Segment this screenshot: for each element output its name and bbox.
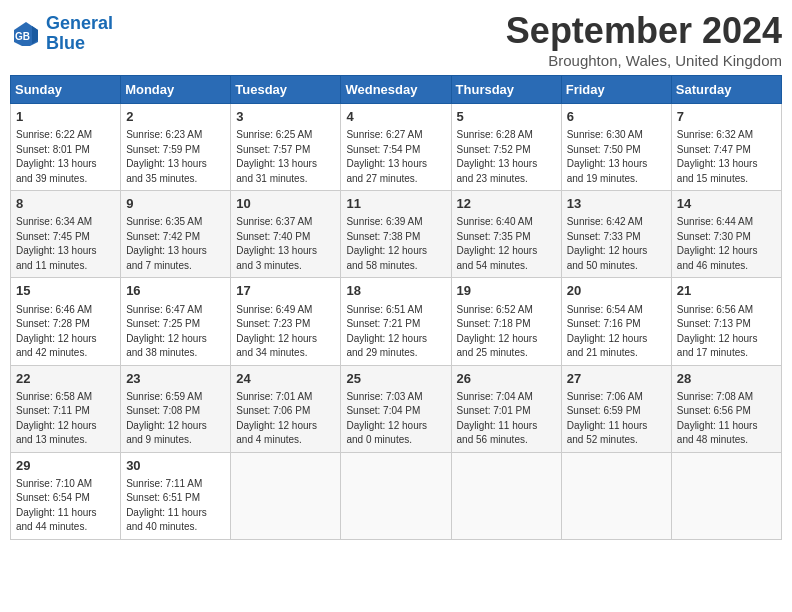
day-number: 21: [677, 282, 776, 300]
day-number: 13: [567, 195, 666, 213]
weekday-header-sunday: Sunday: [11, 76, 121, 104]
day-info: Sunrise: 6:32 AM Sunset: 7:47 PM Dayligh…: [677, 128, 776, 186]
calendar-cell: [671, 452, 781, 539]
calendar-cell: 28Sunrise: 7:08 AM Sunset: 6:56 PM Dayli…: [671, 365, 781, 452]
day-info: Sunrise: 6:28 AM Sunset: 7:52 PM Dayligh…: [457, 128, 556, 186]
calendar-cell: 20Sunrise: 6:54 AM Sunset: 7:16 PM Dayli…: [561, 278, 671, 365]
day-info: Sunrise: 6:22 AM Sunset: 8:01 PM Dayligh…: [16, 128, 115, 186]
day-info: Sunrise: 7:10 AM Sunset: 6:54 PM Dayligh…: [16, 477, 115, 535]
day-number: 7: [677, 108, 776, 126]
day-info: Sunrise: 6:52 AM Sunset: 7:18 PM Dayligh…: [457, 303, 556, 361]
weekday-header-saturday: Saturday: [671, 76, 781, 104]
calendar-header-row: SundayMondayTuesdayWednesdayThursdayFrid…: [11, 76, 782, 104]
calendar-week-1: 1Sunrise: 6:22 AM Sunset: 8:01 PM Daylig…: [11, 104, 782, 191]
calendar-cell: 19Sunrise: 6:52 AM Sunset: 7:18 PM Dayli…: [451, 278, 561, 365]
day-info: Sunrise: 7:08 AM Sunset: 6:56 PM Dayligh…: [677, 390, 776, 448]
day-info: Sunrise: 6:40 AM Sunset: 7:35 PM Dayligh…: [457, 215, 556, 273]
day-number: 9: [126, 195, 225, 213]
day-number: 15: [16, 282, 115, 300]
day-number: 11: [346, 195, 445, 213]
calendar-cell: 6Sunrise: 6:30 AM Sunset: 7:50 PM Daylig…: [561, 104, 671, 191]
logo-line2: Blue: [46, 33, 85, 53]
day-number: 29: [16, 457, 115, 475]
page-header: GB General Blue September 2024 Broughton…: [10, 10, 782, 69]
calendar-cell: 27Sunrise: 7:06 AM Sunset: 6:59 PM Dayli…: [561, 365, 671, 452]
calendar-cell: 10Sunrise: 6:37 AM Sunset: 7:40 PM Dayli…: [231, 191, 341, 278]
calendar-cell: 26Sunrise: 7:04 AM Sunset: 7:01 PM Dayli…: [451, 365, 561, 452]
day-info: Sunrise: 6:25 AM Sunset: 7:57 PM Dayligh…: [236, 128, 335, 186]
calendar-week-3: 15Sunrise: 6:46 AM Sunset: 7:28 PM Dayli…: [11, 278, 782, 365]
weekday-header-tuesday: Tuesday: [231, 76, 341, 104]
day-info: Sunrise: 6:30 AM Sunset: 7:50 PM Dayligh…: [567, 128, 666, 186]
calendar-cell: 22Sunrise: 6:58 AM Sunset: 7:11 PM Dayli…: [11, 365, 121, 452]
day-number: 6: [567, 108, 666, 126]
day-number: 2: [126, 108, 225, 126]
day-info: Sunrise: 6:47 AM Sunset: 7:25 PM Dayligh…: [126, 303, 225, 361]
day-info: Sunrise: 7:04 AM Sunset: 7:01 PM Dayligh…: [457, 390, 556, 448]
calendar-cell: 8Sunrise: 6:34 AM Sunset: 7:45 PM Daylig…: [11, 191, 121, 278]
calendar-cell: [561, 452, 671, 539]
svg-text:GB: GB: [15, 31, 30, 42]
calendar-week-5: 29Sunrise: 7:10 AM Sunset: 6:54 PM Dayli…: [11, 452, 782, 539]
day-number: 8: [16, 195, 115, 213]
day-number: 4: [346, 108, 445, 126]
day-number: 14: [677, 195, 776, 213]
day-info: Sunrise: 6:44 AM Sunset: 7:30 PM Dayligh…: [677, 215, 776, 273]
month-title: September 2024: [506, 10, 782, 52]
day-number: 16: [126, 282, 225, 300]
calendar-table: SundayMondayTuesdayWednesdayThursdayFrid…: [10, 75, 782, 540]
title-block: September 2024 Broughton, Wales, United …: [506, 10, 782, 69]
weekday-header-wednesday: Wednesday: [341, 76, 451, 104]
day-number: 22: [16, 370, 115, 388]
calendar-cell: 25Sunrise: 7:03 AM Sunset: 7:04 PM Dayli…: [341, 365, 451, 452]
logo-line1: General: [46, 13, 113, 33]
day-info: Sunrise: 6:56 AM Sunset: 7:13 PM Dayligh…: [677, 303, 776, 361]
calendar-week-2: 8Sunrise: 6:34 AM Sunset: 7:45 PM Daylig…: [11, 191, 782, 278]
calendar-cell: [341, 452, 451, 539]
day-number: 28: [677, 370, 776, 388]
day-info: Sunrise: 6:35 AM Sunset: 7:42 PM Dayligh…: [126, 215, 225, 273]
day-number: 19: [457, 282, 556, 300]
day-info: Sunrise: 6:51 AM Sunset: 7:21 PM Dayligh…: [346, 303, 445, 361]
day-info: Sunrise: 6:37 AM Sunset: 7:40 PM Dayligh…: [236, 215, 335, 273]
weekday-header-friday: Friday: [561, 76, 671, 104]
day-number: 5: [457, 108, 556, 126]
day-number: 26: [457, 370, 556, 388]
calendar-cell: 1Sunrise: 6:22 AM Sunset: 8:01 PM Daylig…: [11, 104, 121, 191]
location-title: Broughton, Wales, United Kingdom: [506, 52, 782, 69]
calendar-week-4: 22Sunrise: 6:58 AM Sunset: 7:11 PM Dayli…: [11, 365, 782, 452]
day-number: 30: [126, 457, 225, 475]
calendar-cell: 2Sunrise: 6:23 AM Sunset: 7:59 PM Daylig…: [121, 104, 231, 191]
day-info: Sunrise: 7:01 AM Sunset: 7:06 PM Dayligh…: [236, 390, 335, 448]
day-number: 27: [567, 370, 666, 388]
calendar-cell: 7Sunrise: 6:32 AM Sunset: 7:47 PM Daylig…: [671, 104, 781, 191]
day-number: 10: [236, 195, 335, 213]
day-info: Sunrise: 6:58 AM Sunset: 7:11 PM Dayligh…: [16, 390, 115, 448]
day-info: Sunrise: 7:11 AM Sunset: 6:51 PM Dayligh…: [126, 477, 225, 535]
calendar-cell: 23Sunrise: 6:59 AM Sunset: 7:08 PM Dayli…: [121, 365, 231, 452]
logo: GB General Blue: [10, 14, 113, 54]
calendar-cell: 24Sunrise: 7:01 AM Sunset: 7:06 PM Dayli…: [231, 365, 341, 452]
day-info: Sunrise: 6:46 AM Sunset: 7:28 PM Dayligh…: [16, 303, 115, 361]
calendar-cell: 21Sunrise: 6:56 AM Sunset: 7:13 PM Dayli…: [671, 278, 781, 365]
logo-icon: GB: [10, 18, 42, 50]
calendar-cell: 11Sunrise: 6:39 AM Sunset: 7:38 PM Dayli…: [341, 191, 451, 278]
day-info: Sunrise: 6:34 AM Sunset: 7:45 PM Dayligh…: [16, 215, 115, 273]
day-info: Sunrise: 6:42 AM Sunset: 7:33 PM Dayligh…: [567, 215, 666, 273]
day-number: 24: [236, 370, 335, 388]
day-number: 3: [236, 108, 335, 126]
calendar-cell: 14Sunrise: 6:44 AM Sunset: 7:30 PM Dayli…: [671, 191, 781, 278]
day-info: Sunrise: 6:27 AM Sunset: 7:54 PM Dayligh…: [346, 128, 445, 186]
day-number: 23: [126, 370, 225, 388]
calendar-cell: 9Sunrise: 6:35 AM Sunset: 7:42 PM Daylig…: [121, 191, 231, 278]
calendar-cell: 3Sunrise: 6:25 AM Sunset: 7:57 PM Daylig…: [231, 104, 341, 191]
day-info: Sunrise: 7:06 AM Sunset: 6:59 PM Dayligh…: [567, 390, 666, 448]
calendar-cell: 4Sunrise: 6:27 AM Sunset: 7:54 PM Daylig…: [341, 104, 451, 191]
day-number: 20: [567, 282, 666, 300]
weekday-header-thursday: Thursday: [451, 76, 561, 104]
day-info: Sunrise: 6:49 AM Sunset: 7:23 PM Dayligh…: [236, 303, 335, 361]
day-number: 25: [346, 370, 445, 388]
day-info: Sunrise: 6:59 AM Sunset: 7:08 PM Dayligh…: [126, 390, 225, 448]
day-info: Sunrise: 7:03 AM Sunset: 7:04 PM Dayligh…: [346, 390, 445, 448]
day-info: Sunrise: 6:23 AM Sunset: 7:59 PM Dayligh…: [126, 128, 225, 186]
